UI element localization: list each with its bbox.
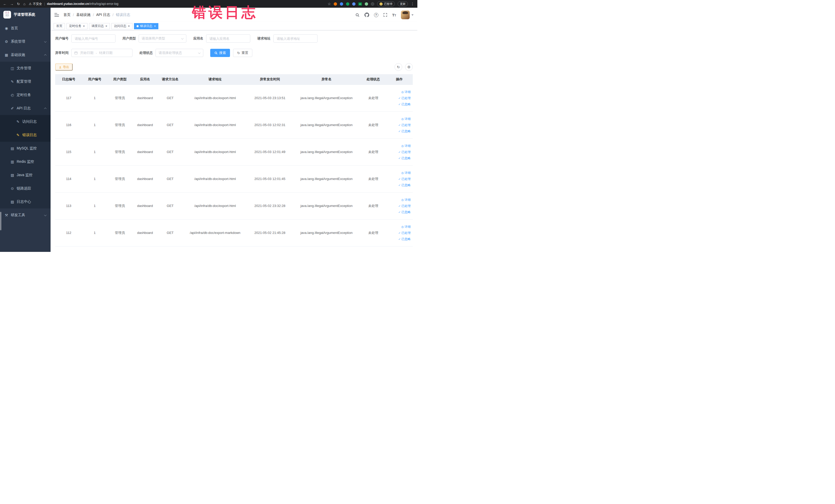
user-menu[interactable] bbox=[401, 11, 413, 19]
user-id-input[interactable] bbox=[72, 35, 116, 43]
detail-link[interactable]: ◎详细 bbox=[387, 170, 411, 176]
ignored-link[interactable]: ✓已忽略 bbox=[387, 101, 411, 107]
ignored-link[interactable]: ✓已忽略 bbox=[387, 236, 411, 242]
processed-link[interactable]: ✓已处理 bbox=[387, 122, 411, 128]
breadcrumb-infra[interactable]: 基础设施 bbox=[76, 13, 90, 17]
tab-schedule-log[interactable]: 调度日志× bbox=[89, 23, 110, 29]
sidebar-item-mysql-monitor[interactable]: ▤ MySQL 监控 bbox=[0, 142, 50, 155]
date-range-picker[interactable]: 开始日期 - 结束日期 bbox=[72, 49, 133, 57]
extension-icon[interactable] bbox=[340, 2, 343, 6]
fullscreen-icon[interactable] bbox=[383, 13, 387, 17]
detail-link[interactable]: ◎详细 bbox=[387, 143, 411, 149]
extension-icon[interactable] bbox=[346, 2, 349, 6]
check-icon: ✓ bbox=[399, 157, 401, 160]
processed-link[interactable]: ✓已处理 bbox=[387, 149, 411, 155]
github-icon[interactable] bbox=[365, 13, 369, 17]
process-status-select[interactable]: 请选择处理状态 bbox=[156, 49, 203, 57]
breadcrumb-home[interactable]: 首页 bbox=[63, 13, 70, 17]
tab-access-log[interactable]: 访问日志× bbox=[111, 23, 133, 29]
detail-link[interactable]: ◎详细 bbox=[387, 224, 411, 230]
user-type-select[interactable]: 请选择用户类型 bbox=[139, 35, 186, 43]
extension-icon[interactable] bbox=[352, 2, 355, 6]
processed-link[interactable]: ✓已处理 bbox=[387, 203, 411, 209]
processed-link[interactable]: ✓已处理 bbox=[387, 230, 411, 236]
sidebar-item-scheduled-jobs[interactable]: ◴ 定时任务 bbox=[0, 88, 50, 102]
request-url-input[interactable] bbox=[273, 35, 318, 43]
ignored-link[interactable]: ✓已忽略 bbox=[387, 155, 411, 161]
sidebar-item-java-monitor[interactable]: ▧ Java 监控 bbox=[0, 168, 50, 182]
processed-link[interactable]: ✓已处理 bbox=[387, 95, 411, 101]
filter-buttons: 搜索 ↻ 重置 bbox=[210, 49, 252, 57]
search-icon[interactable] bbox=[355, 13, 360, 17]
sidebar-item-error-log[interactable]: ✎ 错误日志 bbox=[0, 128, 50, 142]
detail-link[interactable]: ◎详细 bbox=[387, 197, 411, 203]
sidebar-item-infra[interactable]: ▦ 基础设施 bbox=[0, 48, 50, 62]
cell-method: GET bbox=[158, 165, 183, 192]
breadcrumb-current: 错误日志 bbox=[116, 13, 130, 17]
sidebar-scrollbar[interactable] bbox=[0, 212, 1, 230]
sidebar-item-redis-monitor[interactable]: ▥ Redis 监控 bbox=[0, 155, 50, 168]
sidebar-item-system[interactable]: ⚙ 系统管理 bbox=[0, 35, 50, 48]
close-icon[interactable]: × bbox=[105, 24, 107, 28]
breadcrumb-api-log[interactable]: API 日志 bbox=[96, 13, 110, 17]
back-icon[interactable]: ← bbox=[3, 2, 7, 6]
close-icon[interactable]: × bbox=[154, 24, 156, 28]
bookmark-star-icon[interactable]: ☆ bbox=[328, 2, 331, 6]
extension-icon[interactable] bbox=[365, 2, 368, 6]
refresh-button[interactable]: ↻ bbox=[394, 63, 402, 71]
eye-icon: ◎ bbox=[401, 171, 404, 174]
tab-scheduled-jobs[interactable]: 定时任务× bbox=[66, 23, 87, 29]
cell-status: 未处理 bbox=[361, 192, 386, 219]
page-url[interactable]: dashboard.yudao.iocoder.cn/infra/log/api… bbox=[47, 2, 118, 6]
filter-row-1: 用户编号 用户类型 请选择用户类型 应用名 bbox=[55, 35, 413, 43]
detail-link[interactable]: ◎详细 bbox=[387, 89, 411, 95]
sidebar-item-home[interactable]: ◉ 首页 bbox=[0, 22, 50, 35]
security-status[interactable]: ⚠ 不安全 bbox=[29, 2, 42, 6]
app-name-input[interactable] bbox=[206, 35, 250, 43]
paused-badge[interactable]: 已暂停 bbox=[377, 1, 395, 6]
extension-icon[interactable]: on bbox=[358, 2, 362, 6]
cell-actions: ◎详细 ✓已处理 ✓已忽略 bbox=[386, 219, 413, 246]
search-button[interactable]: 搜索 bbox=[210, 49, 230, 57]
close-icon[interactable]: × bbox=[128, 24, 130, 28]
ignored-link[interactable]: ✓已忽略 bbox=[387, 128, 411, 134]
update-button[interactable]: 更新 bbox=[398, 1, 408, 6]
cell-request-url: /api/infra/db-doc/export-html bbox=[183, 138, 247, 165]
check-icon: ✓ bbox=[399, 184, 401, 187]
address-bar[interactable]: ⚠ 不安全 | dashboard.yudao.iocoder.cn/infra… bbox=[29, 2, 324, 6]
reload-icon[interactable]: ↻ bbox=[17, 2, 20, 6]
forward-icon[interactable]: → bbox=[10, 2, 14, 6]
logo[interactable]: 芋道管理系统 bbox=[0, 8, 50, 22]
col-request-url: 请求地址 bbox=[183, 74, 247, 84]
ignored-link[interactable]: ✓已忽略 bbox=[387, 182, 411, 188]
avatar[interactable] bbox=[401, 11, 410, 19]
ignored-link[interactable]: ✓已忽略 bbox=[387, 209, 411, 215]
sidebar-item-api-log[interactable]: ✐ API 日志 bbox=[0, 102, 50, 115]
tab-error-log[interactable]: 错误日志× bbox=[134, 23, 159, 29]
browser-menu-icon[interactable]: ⋮ bbox=[411, 2, 414, 6]
sidebar-item-dev-tools[interactable]: ⚒ 研发工具 bbox=[0, 208, 50, 222]
home-icon[interactable]: ⌂ bbox=[23, 2, 25, 6]
detail-link[interactable]: ◎详细 bbox=[387, 116, 411, 122]
processed-link[interactable]: ✓已处理 bbox=[387, 176, 411, 182]
sidebar-item-access-log[interactable]: ✎ 访问日志 bbox=[0, 115, 50, 128]
sidebar-item-file-manage[interactable]: ◫ 文件管理 bbox=[0, 62, 50, 75]
extension-icon[interactable] bbox=[371, 2, 374, 6]
sidebar-item-label: 访问日志 bbox=[22, 119, 37, 124]
export-button[interactable]: 导出 bbox=[55, 63, 73, 70]
hamburger-icon[interactable] bbox=[55, 13, 59, 17]
filter-row-2: 异常时间 开始日期 - 结束日期 处理状态 请选 bbox=[55, 49, 413, 57]
table-row: 116 1 管理员 dashboard GET /api/infra/db-do… bbox=[55, 112, 413, 138]
sidebar-item-config-manage[interactable]: ✎ 配置管理 bbox=[0, 75, 50, 88]
tab-home[interactable]: 首页 bbox=[54, 23, 65, 29]
sidebar-item-tracing[interactable]: ⊙ 链路追踪 bbox=[0, 182, 50, 195]
column-settings-button[interactable]: ⚙ bbox=[405, 63, 413, 71]
extension-icon[interactable] bbox=[334, 2, 337, 6]
close-icon[interactable]: × bbox=[83, 24, 85, 28]
filter-label: 用户编号 bbox=[55, 36, 68, 41]
font-size-icon[interactable]: TT bbox=[392, 13, 396, 17]
reset-button[interactable]: ↻ 重置 bbox=[233, 49, 252, 57]
trace-icon: ⊙ bbox=[10, 186, 14, 190]
help-icon[interactable]: ? bbox=[374, 13, 378, 17]
sidebar-item-log-center[interactable]: ▨ 日志中心 bbox=[0, 195, 50, 208]
